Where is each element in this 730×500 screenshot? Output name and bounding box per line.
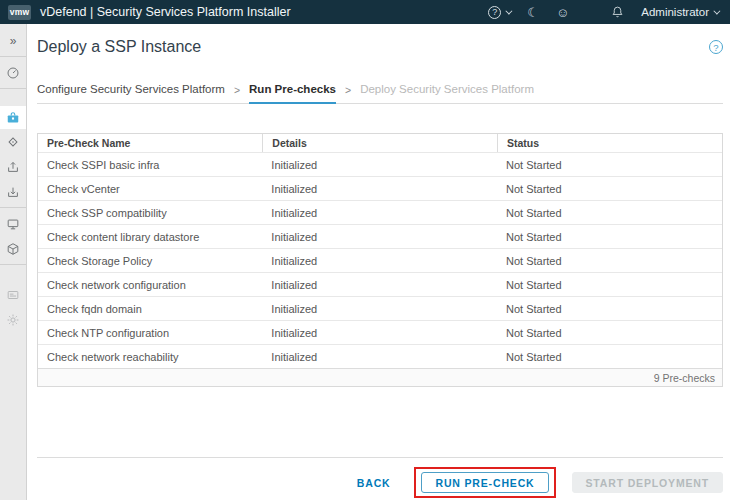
- table-row: Check vCenter Initialized Not Started: [38, 176, 722, 200]
- package-cube-icon: [6, 242, 20, 256]
- notifications-button[interactable]: [611, 5, 624, 19]
- cell-precheck-name: Check fqdn domain: [38, 297, 262, 320]
- cell-precheck-name: Check content library datastore: [38, 225, 262, 248]
- chevron-down-icon: [713, 7, 720, 14]
- table-row: Check Storage Policy Initialized Not Sta…: [38, 248, 722, 272]
- cell-status: Not Started: [497, 249, 722, 272]
- cell-details: Initialized: [262, 273, 497, 296]
- run-precheck-button[interactable]: RUN PRE-CHECK: [421, 472, 548, 493]
- theme-toggle-button[interactable]: ☾: [527, 6, 539, 19]
- annotation-highlight-box: RUN PRE-CHECK: [414, 467, 555, 498]
- cell-details: Initialized: [262, 297, 497, 320]
- help-menu-button[interactable]: ?: [488, 6, 510, 19]
- cell-details: Initialized: [262, 177, 497, 200]
- datagrid-header: Pre-Check Name Details Status: [38, 134, 722, 152]
- cell-status: Not Started: [497, 225, 722, 248]
- cell-precheck-name: Check Storage Policy: [38, 249, 262, 272]
- cell-status: Not Started: [497, 201, 722, 224]
- table-row: Check NTP configuration Initialized Not …: [38, 320, 722, 344]
- cell-details: Initialized: [262, 321, 497, 344]
- moon-icon: ☾: [527, 6, 539, 19]
- wizard-steps: Configure Security Services Platform > R…: [37, 83, 723, 104]
- cell-status: Not Started: [497, 321, 722, 344]
- sidebar-divider: [0, 207, 26, 208]
- cell-details: Initialized: [262, 345, 497, 368]
- precheck-datagrid: Pre-Check Name Details Status Check SSPI…: [37, 133, 723, 387]
- sidebar-item-package[interactable]: [0, 236, 26, 261]
- sidebar-item-settings[interactable]: [0, 307, 26, 332]
- feedback-button[interactable]: ☺: [556, 6, 569, 19]
- sidebar-item-compass[interactable]: [0, 129, 26, 154]
- compass-icon: [6, 135, 20, 149]
- table-row: Check SSPI basic infra Initialized Not S…: [38, 152, 722, 176]
- user-menu-button[interactable]: Administrator: [641, 6, 718, 18]
- step-separator-icon: >: [234, 83, 240, 96]
- start-deployment-button: START DEPLOYMENT: [572, 472, 724, 493]
- sidebar: »: [0, 24, 27, 500]
- cell-details: Initialized: [262, 225, 497, 248]
- cell-status: Not Started: [497, 177, 722, 200]
- help-circle-icon: ?: [488, 6, 501, 19]
- sidebar-item-monitor[interactable]: [0, 211, 26, 236]
- cell-status: Not Started: [497, 273, 722, 296]
- sidebar-item-upgrade[interactable]: [0, 179, 26, 204]
- cell-precheck-name: Check vCenter: [38, 177, 262, 200]
- precheck-count: 9 Pre-checks: [654, 372, 715, 384]
- back-button[interactable]: BACK: [349, 472, 399, 494]
- bell-icon: [611, 5, 624, 19]
- settings-gear-icon: [6, 313, 20, 327]
- cell-precheck-name: Check NTP configuration: [38, 321, 262, 344]
- license-card-icon: [6, 288, 20, 302]
- step-deploy-platform: Deploy Security Services Platform: [360, 83, 534, 102]
- cell-precheck-name: Check network configuration: [38, 273, 262, 296]
- sidebar-item-installer-active[interactable]: [0, 106, 26, 129]
- smiley-icon: ☺: [556, 6, 569, 19]
- double-chevron-right-icon: »: [10, 35, 17, 47]
- dashboard-gauge-icon: [6, 66, 20, 80]
- table-row: Check content library datastore Initiali…: [38, 224, 722, 248]
- monitor-icon: [6, 217, 20, 231]
- sidebar-divider: [0, 264, 26, 265]
- sidebar-item-dashboard[interactable]: [0, 60, 26, 85]
- step-separator-icon: >: [345, 83, 351, 96]
- table-row: Check fqdn domain Initialized Not Starte…: [38, 296, 722, 320]
- sidebar-divider: [0, 56, 26, 57]
- cell-status: Not Started: [497, 297, 722, 320]
- cell-precheck-name: Check SSPI basic infra: [38, 153, 262, 176]
- chevron-down-icon: [506, 7, 513, 14]
- vmware-logo: vmw: [8, 5, 31, 20]
- column-header-status[interactable]: Status: [497, 134, 722, 152]
- cell-details: Initialized: [262, 153, 497, 176]
- page-help-icon[interactable]: ?: [709, 40, 723, 54]
- cell-status: Not Started: [497, 153, 722, 176]
- step-run-prechecks-active[interactable]: Run Pre-checks: [249, 83, 336, 104]
- sidebar-expand-button[interactable]: »: [0, 28, 26, 53]
- table-row: Check network reachability Initialized N…: [38, 344, 722, 368]
- table-row: Check network configuration Initialized …: [38, 272, 722, 296]
- cell-precheck-name: Check network reachability: [38, 345, 262, 368]
- sidebar-divider: [0, 88, 26, 89]
- cell-status: Not Started: [497, 345, 722, 368]
- sidebar-item-license[interactable]: [0, 282, 26, 307]
- table-row: Check SSP compatibility Initialized Not …: [38, 200, 722, 224]
- upgrade-box-icon: [6, 185, 20, 199]
- action-bar: BACK RUN PRE-CHECK START DEPLOYMENT: [37, 457, 723, 498]
- sidebar-item-deploy[interactable]: [0, 154, 26, 179]
- app-title: vDefend | Security Services Platform Ins…: [40, 5, 291, 19]
- column-header-precheck-name[interactable]: Pre-Check Name: [38, 134, 262, 152]
- step-configure-platform[interactable]: Configure Security Services Platform: [37, 83, 225, 102]
- installer-toolbox-icon: [6, 111, 20, 125]
- cell-details: Initialized: [262, 201, 497, 224]
- user-name: Administrator: [641, 6, 709, 18]
- main-content: Deploy a SSP Instance ? Configure Securi…: [27, 24, 730, 500]
- datagrid-footer: 9 Pre-checks: [38, 368, 722, 386]
- page-title: Deploy a SSP Instance: [37, 38, 201, 56]
- cell-precheck-name: Check SSP compatibility: [38, 201, 262, 224]
- cell-details: Initialized: [262, 249, 497, 272]
- app-header: vmw vDefend | Security Services Platform…: [0, 0, 730, 24]
- column-header-details[interactable]: Details: [262, 134, 497, 152]
- deploy-up-icon: [6, 160, 20, 174]
